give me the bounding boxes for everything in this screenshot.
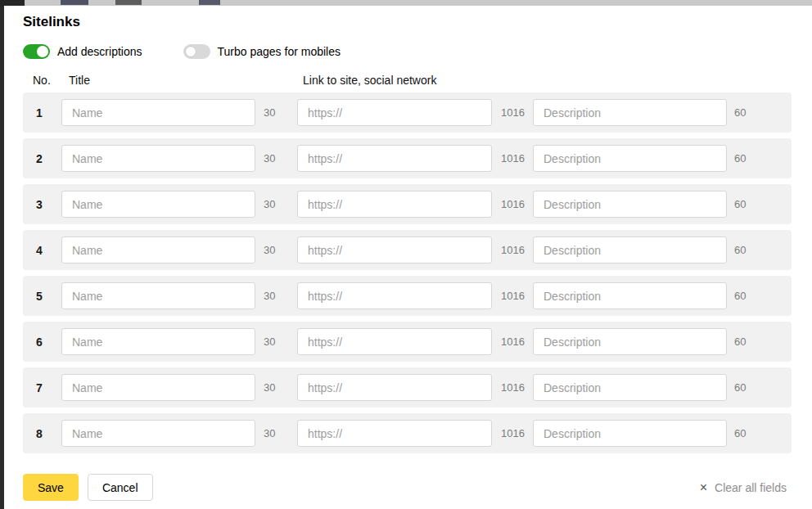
link-counter: 1016 — [501, 106, 526, 119]
link-input[interactable] — [297, 328, 492, 355]
link-input[interactable] — [297, 420, 492, 447]
page-title: Sitelinks — [23, 14, 80, 30]
description-counter: 60 — [734, 152, 754, 164]
sitelink-row: 5 30 1016 60 — [23, 276, 792, 316]
title-counter: 30 — [264, 427, 285, 439]
drag-handle-icon[interactable] — [766, 153, 781, 164]
link-counter: 1016 — [501, 381, 526, 394]
title-counter: 30 — [264, 290, 285, 302]
link-counter: 1016 — [501, 290, 526, 302]
description-input[interactable] — [533, 282, 727, 309]
background-text-fragment — [199, 0, 220, 5]
save-button[interactable]: Save — [23, 474, 79, 501]
toggle-knob — [37, 46, 48, 57]
toggle-bar: Add descriptions Turbo pages for mobiles — [23, 44, 341, 59]
title-input[interactable] — [61, 420, 255, 447]
background-text-fragment — [61, 0, 88, 5]
link-counter: 1016 — [501, 198, 526, 210]
row-number: 7 — [29, 381, 49, 394]
description-input[interactable] — [533, 145, 727, 172]
sitelink-row: 2 30 1016 60 — [23, 138, 792, 178]
column-header-title: Title — [69, 74, 90, 87]
sitelink-row: 8 30 1016 60 — [23, 413, 792, 453]
description-counter: 60 — [734, 244, 754, 256]
toggle-add-descriptions[interactable]: Add descriptions — [23, 44, 142, 59]
clear-all-fields-label: Clear all fields — [715, 481, 787, 494]
title-counter: 30 — [264, 198, 285, 210]
description-input[interactable] — [533, 236, 727, 264]
drag-handle-icon[interactable] — [766, 291, 781, 301]
link-input[interactable] — [297, 282, 492, 309]
toggle-turbo-pages[interactable]: Turbo pages for mobiles — [183, 44, 341, 59]
link-input[interactable] — [297, 374, 492, 401]
dialog-footer: Save Cancel × Clear all fields — [23, 474, 787, 501]
title-input[interactable] — [61, 99, 255, 126]
link-input[interactable] — [297, 145, 492, 172]
title-input[interactable] — [61, 236, 255, 264]
drag-handle-icon[interactable] — [766, 382, 781, 393]
sitelink-rows: 1 30 1016 60 2 30 1016 60 — [23, 92, 792, 459]
toggle-label: Add descriptions — [57, 45, 142, 58]
sitelink-row: 1 30 1016 60 — [23, 92, 792, 133]
link-input[interactable] — [297, 99, 492, 126]
link-input[interactable] — [297, 191, 492, 218]
column-header-link: Link to site, social network — [303, 74, 436, 87]
background-text-fragment — [115, 0, 142, 5]
row-number: 8 — [29, 427, 49, 440]
title-counter: 30 — [264, 244, 285, 256]
description-counter: 60 — [734, 198, 754, 210]
background-top-strip — [0, 0, 812, 6]
screen: Sitelinks Add descriptions Turbo pages f… — [0, 0, 812, 509]
title-input[interactable] — [61, 282, 255, 309]
close-icon: × — [700, 481, 707, 494]
toggle-knob — [185, 46, 196, 57]
row-number: 4 — [29, 244, 49, 257]
link-counter: 1016 — [501, 244, 526, 256]
sitelinks-dialog: Sitelinks Add descriptions Turbo pages f… — [4, 6, 812, 509]
title-counter: 30 — [264, 336, 285, 348]
description-counter: 60 — [734, 381, 754, 394]
description-counter: 60 — [734, 106, 754, 119]
description-input[interactable] — [533, 420, 727, 447]
title-input[interactable] — [61, 374, 255, 401]
title-counter: 30 — [264, 152, 285, 164]
description-counter: 60 — [734, 290, 754, 302]
title-input[interactable] — [61, 145, 255, 172]
drag-handle-icon[interactable] — [766, 428, 781, 439]
row-number: 3 — [29, 198, 49, 211]
drag-handle-icon[interactable] — [766, 245, 781, 255]
title-counter: 30 — [264, 381, 285, 394]
description-input[interactable] — [533, 99, 727, 126]
description-counter: 60 — [734, 427, 754, 439]
toggle-label: Turbo pages for mobiles — [218, 45, 341, 58]
row-number: 6 — [29, 336, 49, 349]
sitelink-row: 7 30 1016 60 — [23, 367, 792, 408]
sitelink-row: 4 30 1016 60 — [23, 230, 792, 270]
toggle-on-switch[interactable] — [23, 44, 50, 59]
toggle-off-switch[interactable] — [183, 44, 210, 59]
drag-handle-icon[interactable] — [766, 199, 781, 209]
clear-all-fields-button[interactable]: × Clear all fields — [700, 481, 787, 494]
title-input[interactable] — [61, 328, 255, 355]
link-counter: 1016 — [501, 152, 526, 164]
table-header: No. Title Link to site, social network — [4, 74, 812, 88]
link-counter: 1016 — [501, 336, 526, 348]
sitelink-row: 3 30 1016 60 — [23, 184, 792, 224]
column-header-no: No. — [33, 74, 51, 87]
link-counter: 1016 — [501, 427, 526, 439]
description-input[interactable] — [533, 328, 727, 355]
cancel-button[interactable]: Cancel — [88, 474, 153, 501]
row-number: 2 — [29, 152, 49, 165]
description-counter: 60 — [734, 336, 754, 348]
link-input[interactable] — [297, 236, 492, 264]
description-input[interactable] — [533, 374, 727, 401]
title-input[interactable] — [61, 191, 255, 218]
description-input[interactable] — [533, 191, 727, 218]
row-number: 5 — [29, 290, 49, 303]
drag-handle-icon[interactable] — [766, 336, 781, 347]
row-number: 1 — [29, 106, 49, 119]
drag-handle-icon[interactable] — [766, 107, 781, 118]
title-counter: 30 — [264, 106, 285, 119]
sitelink-row: 6 30 1016 60 — [23, 322, 792, 362]
